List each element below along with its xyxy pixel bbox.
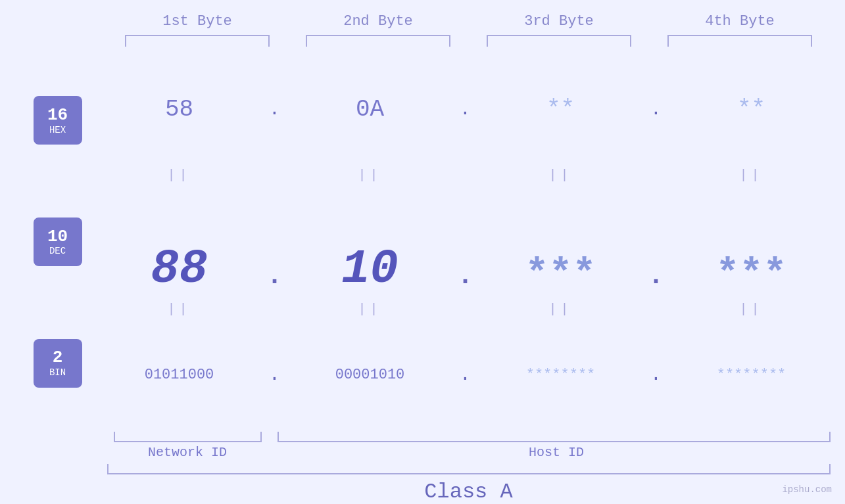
- dot-hex-3: .: [646, 99, 666, 120]
- dec-badge-label: DEC: [49, 246, 66, 256]
- dot-hex-1: .: [265, 99, 285, 120]
- dot-dec-1: .: [265, 262, 285, 296]
- equals-row-1: || || || ||: [101, 165, 831, 185]
- dec-row: 88 . 10 . *** . ***: [101, 185, 831, 299]
- dot-dec-2: .: [456, 262, 475, 296]
- dec-b3: ***: [489, 252, 633, 296]
- grid-area: 58 . 0A . ** . ** || ||: [101, 53, 831, 430]
- network-bracket: [114, 432, 262, 442]
- content-area: 16 HEX 10 DEC 2 BIN 58 . 0A: [15, 53, 831, 430]
- bin-b3: ********: [489, 367, 633, 383]
- equals-row-2: || || || ||: [101, 299, 831, 319]
- watermark: ipshu.com: [782, 484, 832, 495]
- dec-b4: ***: [679, 252, 824, 296]
- dot-bin-1: .: [265, 365, 285, 385]
- class-bracket: [107, 464, 831, 474]
- dec-badge: 10 DEC: [34, 218, 82, 266]
- network-id-label: Network ID: [148, 445, 227, 460]
- id-labels-row: Network ID Host ID: [107, 445, 831, 460]
- bin-badge-label: BIN: [49, 367, 66, 378]
- hex-b4: **: [679, 96, 824, 123]
- class-section: Class A: [107, 464, 831, 504]
- badges-column: 16 HEX 10 DEC 2 BIN: [15, 53, 101, 430]
- hex-badge-label: HEX: [49, 125, 66, 135]
- bin-badge-num: 2: [53, 348, 63, 367]
- dot-bin-3: .: [646, 365, 666, 385]
- host-id-label: Host ID: [529, 445, 584, 460]
- hex-badge: 16 HEX: [34, 96, 82, 145]
- dot-dec-3: .: [646, 262, 666, 296]
- byte-headers: 1st Byte 2nd Byte 3rd Byte 4th Byte: [107, 13, 831, 30]
- bracket-b2: [306, 35, 450, 47]
- hex-b2: 0A: [298, 96, 443, 123]
- dot-bin-2: .: [456, 365, 475, 385]
- host-bracket: [278, 432, 831, 442]
- main-container: 1st Byte 2nd Byte 3rd Byte 4th Byte 16 H…: [0, 0, 845, 504]
- hex-b1: 58: [107, 96, 252, 123]
- bin-b1: 01011000: [107, 367, 252, 383]
- byte2-header: 2nd Byte: [306, 13, 450, 30]
- bracket-b3: [487, 35, 631, 47]
- bottom-brackets: [107, 432, 831, 442]
- bin-row: 01011000 . 00001010 . ******** . *******…: [101, 319, 831, 430]
- dec-badge-num: 10: [47, 227, 68, 246]
- hex-b3: **: [489, 96, 633, 123]
- hex-badge-num: 16: [47, 106, 68, 125]
- bracket-b1: [125, 35, 270, 47]
- top-brackets: [107, 35, 831, 47]
- bin-b2: 00001010: [298, 367, 443, 383]
- class-label: Class A: [424, 480, 512, 504]
- bracket-b4: [667, 35, 812, 47]
- dot-hex-2: .: [456, 99, 475, 120]
- byte3-header: 3rd Byte: [487, 13, 631, 30]
- hex-row: 58 . 0A . ** . **: [101, 53, 831, 165]
- byte1-header: 1st Byte: [125, 13, 270, 30]
- dec-b1: 88: [107, 242, 252, 296]
- bin-b4: ********: [679, 367, 824, 383]
- bin-badge: 2 BIN: [34, 339, 82, 388]
- byte4-header: 4th Byte: [667, 13, 812, 30]
- dec-b2: 10: [298, 242, 443, 296]
